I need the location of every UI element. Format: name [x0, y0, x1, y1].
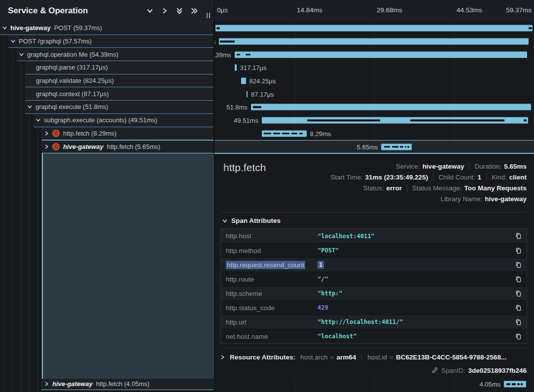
timeline-row[interactable]: 4.05ms [214, 379, 534, 391]
span-tree-row[interactable]: graphql.context (87.17µs) [0, 87, 214, 101]
self-time-mark [273, 133, 281, 135]
operation-name: graphql.execute (51.8ms) [36, 103, 108, 110]
chevron-down-icon[interactable] [11, 39, 15, 43]
chevron-right-icon[interactable] [162, 8, 168, 14]
self-time-mark [291, 133, 297, 135]
timeline-row[interactable]: 51.8ms [214, 101, 534, 114]
collapse-controls [147, 8, 197, 14]
span-tree-row[interactable]: subgraph.execute (accounts) (49.51ms) [0, 114, 214, 127]
chevron-right-icon[interactable] [44, 382, 49, 386]
attr-row: net.host.name "localhost" [221, 329, 527, 343]
copy-button[interactable] [510, 304, 527, 312]
copy-button[interactable] [510, 333, 527, 340]
resource-attributes-row[interactable]: Resource Attributes: host.arch=arm64host… [220, 348, 527, 361]
duration-label: 824.25µs [249, 77, 276, 85]
chevron-right-icon[interactable] [44, 131, 49, 136]
chevron-down-icon[interactable] [2, 26, 7, 30]
divider [222, 212, 527, 213]
double-chevron-right-icon[interactable] [191, 8, 197, 14]
meta-label: Start Time: [330, 174, 362, 181]
axis-tick: 29.68ms [377, 6, 402, 14]
divider [469, 163, 469, 170]
span-tree-row[interactable]: graphql.execute (51.8ms) [0, 101, 214, 114]
chevron-right-icon[interactable] [44, 144, 49, 149]
self-time-mark [384, 146, 390, 148]
span-tree-row[interactable]: graphql.operation Me (54.39ms) [0, 48, 214, 61]
timeline: 0µs14.84ms29.68ms44.53ms59.37ms 59.37ms … [214, 0, 534, 153]
duration-label: 87.17µs [251, 90, 274, 98]
chevron-down-icon[interactable] [28, 105, 32, 109]
span-id-value: 3de02518937fb246 [468, 367, 527, 374]
copy-button[interactable] [510, 247, 527, 254]
timeline-row[interactable]: 5.65ms [214, 140, 534, 153]
chevron-down-icon [222, 218, 227, 223]
timeline-row[interactable]: 824.25µs [214, 74, 534, 88]
span-bar[interactable] [215, 25, 533, 32]
duration-label: 49.51ms [234, 117, 258, 124]
service-name: hive-gateway [10, 24, 51, 32]
span-tree-row[interactable]: graphql.validate (824.25µs) [0, 74, 214, 88]
duration-label: 4.05ms [479, 381, 500, 388]
timeline-row[interactable]: 57.57ms [214, 35, 534, 48]
timeline-row[interactable]: 87.17µs [214, 87, 534, 101]
axis-tick: 59.37ms [506, 6, 532, 14]
copy-button[interactable] [510, 261, 527, 269]
span-bar[interactable] [235, 51, 528, 58]
error-icon: ! [52, 130, 60, 137]
span-attributes-header[interactable]: Span Attributes [222, 217, 281, 224]
span-bar[interactable] [247, 91, 248, 97]
span-bar[interactable] [235, 65, 237, 71]
divider [361, 354, 362, 361]
span-bar[interactable] [241, 78, 246, 84]
timeline-row[interactable]: 317.17µs [214, 61, 534, 74]
timeline-row[interactable]: 54.39ms [214, 48, 534, 61]
span-tree-row[interactable]: !http.fetch (8.29ms) [0, 127, 214, 141]
self-time-mark [237, 54, 240, 56]
service-name: hive-gateway [52, 380, 93, 388]
double-chevron-down-icon[interactable] [177, 8, 182, 14]
attr-row: http.status_code 429 [221, 300, 527, 315]
panel-resize-handle[interactable] [207, 13, 210, 18]
copy-button[interactable] [510, 276, 527, 283]
copy-button[interactable] [510, 290, 527, 297]
span-tree-row-bottom[interactable]: hive-gateway http.fetch (4.05ms) [0, 379, 214, 391]
copy-button[interactable] [510, 319, 527, 326]
meta-line: Library Name:hive-gateway [440, 194, 527, 203]
span-id-label: SpanID: [441, 367, 465, 374]
span-bar[interactable] [251, 104, 531, 110]
meta-value: 31ms (23:35:49.225) [365, 174, 428, 181]
self-time-mark [253, 107, 261, 108]
meta-label: Library Name: [440, 195, 482, 203]
span-id-row: SpanID: 3de02518937fb246 [431, 367, 527, 374]
self-time-mark [220, 40, 235, 42]
self-time-mark [392, 146, 398, 148]
span-attributes-table: http.host "localhost:4011" http.method "… [220, 228, 527, 344]
duration-label: 51.8ms [226, 104, 248, 111]
service-name: hive-gateway [63, 143, 104, 150]
axis-tick: 14.84ms [297, 6, 322, 14]
expanded-span-area [42, 153, 214, 379]
span-tree-row[interactable]: hive-gatewayPOST (59.37ms) [0, 22, 214, 35]
span-tree-row[interactable]: POST /graphql (57.57ms) [0, 35, 214, 48]
timeline-row[interactable]: 59.37ms [214, 22, 534, 35]
self-time-mark [264, 133, 271, 135]
meta-label: Child Count: [438, 174, 475, 181]
span-tree-row[interactable]: !hive-gatewayhttp.fetch (5.65ms) [0, 140, 214, 153]
span-bar[interactable] [219, 38, 529, 45]
operation-name: graphql.operation Me (54.39ms) [27, 51, 118, 58]
self-time-mark [307, 119, 380, 121]
timeline-row[interactable]: 49.51ms [214, 114, 534, 127]
chevron-down-icon[interactable] [36, 118, 40, 122]
chevron-down-icon[interactable] [147, 8, 153, 14]
copy-button[interactable] [510, 232, 527, 240]
span-tree-row[interactable]: graphql.parse (317.17µs) [0, 61, 214, 74]
timeline-row[interactable]: 8.29ms [214, 127, 534, 141]
duration-label: 54.39ms [214, 51, 231, 58]
chevron-right-icon [220, 355, 225, 359]
meta-value: hive-gateway [423, 163, 464, 170]
link-icon[interactable] [431, 367, 438, 374]
attr-value: "localhost:4011" [318, 233, 510, 240]
meta-label: Service: [396, 163, 420, 170]
chevron-down-icon[interactable] [19, 52, 24, 57]
attr-value: 429 [318, 304, 510, 311]
